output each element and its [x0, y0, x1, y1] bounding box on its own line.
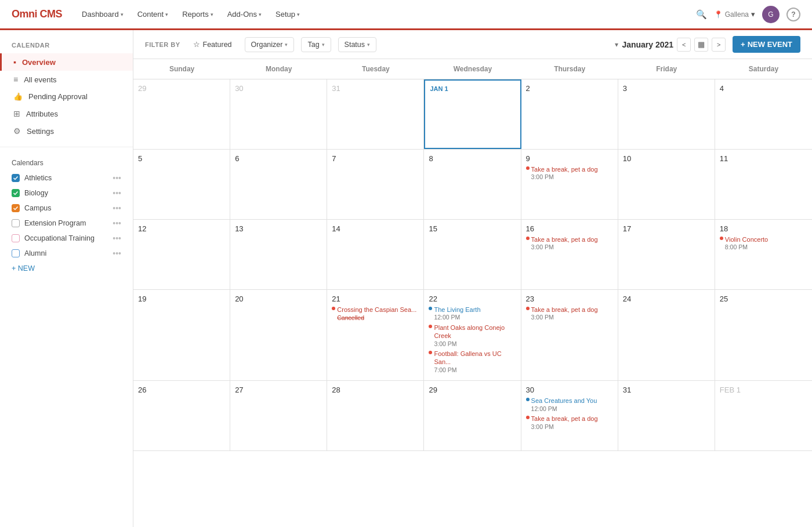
day-jan17[interactable]: 17 — [618, 220, 715, 289]
sidebar-settings-label: Settings — [27, 127, 54, 136]
event-title[interactable]: Plant Oaks along Conejo Creek — [434, 324, 505, 339]
athletics-checkbox[interactable] — [12, 174, 20, 182]
cal-extension[interactable]: Extension Program ••• — [0, 216, 133, 231]
cal-athletics[interactable]: Athletics ••• — [0, 170, 133, 186]
settings-icon: ⚙ — [13, 126, 21, 136]
event-title[interactable]: Football: Gallena vs UC San... — [434, 350, 501, 365]
day-jan7[interactable]: 7 — [327, 150, 424, 219]
event-title[interactable]: Violin Concerto — [725, 236, 768, 243]
event-title[interactable]: Take a break, pet a dog — [531, 166, 598, 173]
cal-occupational[interactable]: Occupational Training ••• — [0, 231, 133, 246]
event-jan30-1: Sea Creatures and You 12:00 PM — [526, 397, 613, 413]
event-time: 12:00 PM — [434, 314, 480, 322]
sidebar-item-pending[interactable]: 👍 Pending Approval — [0, 88, 133, 105]
event-time: 3:00 PM — [434, 340, 516, 348]
biology-menu[interactable]: ••• — [113, 188, 121, 198]
event-dot — [720, 237, 723, 240]
day-dec31[interactable]: 31 — [327, 79, 424, 149]
day-jan30[interactable]: 30 Sea Creatures and You 12:00 PM Take — [521, 381, 618, 450]
athletics-menu[interactable]: ••• — [113, 173, 121, 183]
day-jan21[interactable]: 21 Crossing the Caspian Sea... Cancelled — [327, 290, 424, 380]
next-month-button[interactable]: > — [712, 38, 726, 52]
avatar[interactable]: G — [762, 6, 780, 23]
extension-menu[interactable]: ••• — [113, 219, 121, 228]
biology-label: Biology — [24, 189, 108, 197]
day-headers: Sunday Monday Tuesday Wednesday Thursday… — [133, 59, 812, 79]
day-jan26[interactable]: 26 — [133, 381, 230, 450]
day-jan2[interactable]: 2 — [521, 79, 618, 149]
month-dropdown-chevron: ▾ — [615, 41, 618, 49]
event-title[interactable]: Take a break, pet a dog — [531, 306, 598, 313]
cal-campus[interactable]: Campus ••• — [0, 201, 133, 216]
extension-checkbox[interactable] — [12, 219, 20, 227]
day-dec29[interactable]: 29 — [133, 79, 230, 149]
new-calendar-button[interactable]: + NEW — [0, 261, 133, 276]
alumni-menu[interactable]: ••• — [113, 249, 121, 258]
nav-setup[interactable]: Setup ▾ — [270, 6, 306, 22]
day-jan6[interactable]: 6 — [230, 150, 327, 219]
grid-view-button[interactable]: ▦ — [694, 38, 708, 52]
day-jan18[interactable]: 18 Violin Concerto 8:00 PM — [715, 220, 812, 289]
day-jan20[interactable]: 20 — [230, 290, 327, 380]
day-jan1[interactable]: JAN 1 — [424, 79, 521, 149]
user-location-label: Gallena — [725, 10, 749, 19]
day-jan27[interactable]: 27 — [230, 381, 327, 450]
day-jan24[interactable]: 24 — [618, 290, 715, 380]
featured-filter[interactable]: ☆ Featured — [187, 37, 238, 52]
event-title[interactable]: The Living Earth — [434, 306, 480, 313]
prev-month-button[interactable]: < — [677, 38, 691, 52]
nav-addons[interactable]: Add-Ons ▾ — [222, 6, 267, 22]
event-title[interactable]: Sea Creatures and You — [531, 397, 597, 404]
nav-content[interactable]: Content ▾ — [132, 6, 175, 22]
campus-menu[interactable]: ••• — [113, 203, 121, 213]
new-event-button[interactable]: + NEW EVENT — [733, 36, 800, 53]
day-jan28[interactable]: 28 — [327, 381, 424, 450]
day-jan3[interactable]: 3 — [618, 79, 715, 149]
alumni-checkbox[interactable] — [12, 249, 20, 257]
header-thursday: Thursday — [521, 59, 618, 79]
day-jan16[interactable]: 16 Take a break, pet a dog 3:00 PM — [521, 220, 618, 289]
event-title[interactable]: Crossing the Caspian Sea... — [337, 306, 416, 313]
sidebar-item-attributes[interactable]: ⊞ Attributes — [0, 105, 133, 122]
day-feb1[interactable]: FEB 1 — [715, 381, 812, 450]
day-jan15[interactable]: 15 — [424, 220, 521, 289]
nav-dashboard[interactable]: Dashboard ▾ — [76, 6, 129, 22]
sidebar-item-all-events[interactable]: ≡ All events — [0, 71, 133, 88]
day-jan9[interactable]: 9 Take a break, pet a dog 3:00 PM — [521, 150, 618, 219]
day-jan11[interactable]: 11 — [715, 150, 812, 219]
day-jan23[interactable]: 23 Take a break, pet a dog 3:00 PM — [521, 290, 618, 380]
day-jan8[interactable]: 8 — [424, 150, 521, 219]
event-title[interactable]: Take a break, pet a dog — [531, 236, 598, 243]
organizer-filter[interactable]: Organizer ▾ — [245, 37, 295, 52]
nav-reports[interactable]: Reports ▾ — [176, 6, 219, 22]
day-jan4[interactable]: 4 — [715, 79, 812, 149]
plus-icon: + — [741, 40, 745, 49]
day-jan13[interactable]: 13 — [230, 220, 327, 289]
user-menu[interactable]: 📍 Gallena ▾ — [714, 10, 755, 19]
day-jan14[interactable]: 14 — [327, 220, 424, 289]
day-jan29[interactable]: 29 — [424, 381, 521, 450]
day-jan22[interactable]: 22 The Living Earth 12:00 PM Plant Oak — [424, 290, 521, 380]
occupational-checkbox[interactable] — [12, 234, 20, 242]
day-dec30[interactable]: 30 — [230, 79, 327, 149]
status-filter[interactable]: Status ▾ — [338, 37, 376, 52]
header-monday: Monday — [230, 59, 327, 79]
search-icon[interactable]: 🔍 — [696, 9, 707, 20]
tag-filter[interactable]: Tag ▾ — [301, 37, 331, 52]
day-jan31[interactable]: 31 — [618, 381, 715, 450]
day-jan10[interactable]: 10 — [618, 150, 715, 219]
campus-checkbox[interactable] — [12, 204, 20, 212]
event-title[interactable]: Take a break, pet a dog — [531, 415, 598, 422]
cal-biology[interactable]: Biology ••• — [0, 186, 133, 201]
new-event-label: NEW EVENT — [748, 40, 792, 49]
day-jan5[interactable]: 5 — [133, 150, 230, 219]
day-jan19[interactable]: 19 — [133, 290, 230, 380]
day-jan12[interactable]: 12 — [133, 220, 230, 289]
biology-checkbox[interactable] — [12, 189, 20, 197]
sidebar-item-settings[interactable]: ⚙ Settings — [0, 122, 133, 140]
help-icon[interactable]: ? — [786, 8, 800, 21]
occupational-menu[interactable]: ••• — [113, 234, 121, 243]
day-jan25[interactable]: 25 — [715, 290, 812, 380]
cal-alumni[interactable]: Alumni ••• — [0, 246, 133, 261]
sidebar-item-overview[interactable]: ▪ Overview — [0, 53, 133, 71]
